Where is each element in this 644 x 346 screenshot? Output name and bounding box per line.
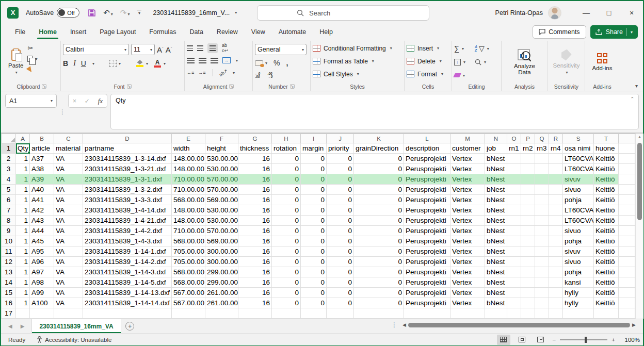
sheet-tab-active[interactable]: 230314115839_16mm_VA: [31, 319, 121, 333]
cell-K15[interactable]: 0: [354, 288, 404, 298]
cell-M14[interactable]: Vertex: [450, 277, 485, 288]
cell-Q8[interactable]: [535, 216, 549, 226]
cell-Q5[interactable]: [535, 185, 549, 195]
cell-K1[interactable]: grainDirection: [354, 143, 404, 154]
cell-O15[interactable]: [507, 288, 521, 298]
cell-S17[interactable]: [563, 308, 594, 319]
tab-help[interactable]: Help: [313, 25, 340, 39]
excel-logo-icon[interactable]: X: [7, 7, 19, 19]
cell-J2[interactable]: 0: [327, 154, 354, 164]
maximize-button[interactable]: □: [598, 1, 620, 24]
bold-button[interactable]: B: [63, 59, 68, 68]
cell-A13[interactable]: 1: [16, 267, 30, 277]
cell-I6[interactable]: 0: [301, 195, 327, 205]
fill-color-button[interactable]: ▾: [136, 60, 148, 67]
cell-P17[interactable]: [521, 308, 535, 319]
share-dropdown-icon[interactable]: ▾: [631, 30, 633, 35]
paste-button[interactable]: Paste ▾: [5, 42, 26, 82]
cell-E4[interactable]: 710.00.00: [172, 174, 205, 185]
cell-I13[interactable]: 0: [301, 267, 327, 277]
cell-R16[interactable]: [549, 298, 563, 308]
underline-button[interactable]: U: [81, 59, 86, 68]
cell-I7[interactable]: 0: [301, 205, 327, 216]
column-header-F[interactable]: F: [205, 134, 238, 143]
cell-H9[interactable]: 0: [272, 226, 301, 236]
column-header-A[interactable]: A: [16, 134, 30, 143]
column-header-R[interactable]: R: [549, 134, 563, 143]
borders-button[interactable]: ▾: [109, 60, 121, 67]
select-all-corner[interactable]: [2, 134, 16, 143]
cell-A8[interactable]: 1: [16, 216, 30, 226]
cell-C16[interactable]: VA: [54, 298, 83, 308]
tab-home[interactable]: Home: [32, 25, 63, 39]
cell-Q16[interactable]: [535, 298, 549, 308]
insert-cells-button[interactable]: Insert▾: [407, 42, 449, 55]
cell-H5[interactable]: 0: [272, 185, 301, 195]
cell-J12[interactable]: 0: [327, 257, 354, 267]
cell-T15[interactable]: Keittiö: [594, 288, 619, 298]
cell-C3[interactable]: VA: [54, 164, 83, 174]
cell-F12[interactable]: 300.00.00: [205, 257, 238, 267]
avatar[interactable]: [548, 6, 561, 20]
cell-E17[interactable]: [172, 308, 205, 319]
cell-L13[interactable]: Perusprojekti: [404, 267, 450, 277]
cell-I11[interactable]: 0: [301, 246, 327, 257]
cell-T14[interactable]: Keittiö: [594, 277, 619, 288]
font-family-select[interactable]: Calibri▾: [63, 44, 129, 55]
cell-A12[interactable]: 1: [16, 257, 30, 267]
tab-page-layout[interactable]: Page Layout: [93, 25, 142, 39]
cell-P5[interactable]: [521, 185, 535, 195]
sheet-options-icon[interactable]: ⋮: [391, 321, 397, 328]
column-header-I[interactable]: I: [301, 134, 327, 143]
cell-T16[interactable]: Keittiö: [594, 298, 619, 308]
cell-M10[interactable]: Vertex: [450, 236, 485, 246]
cell-T11[interactable]: Keittiö: [594, 246, 619, 257]
cell-A16[interactable]: 1: [16, 298, 30, 308]
cell-R11[interactable]: [549, 246, 563, 257]
cell-I16[interactable]: 0: [301, 298, 327, 308]
accounting-format-button[interactable]: ▾: [255, 60, 267, 66]
cell-F15[interactable]: 261.00.00: [205, 288, 238, 298]
cell-T10[interactable]: Keittiö: [594, 236, 619, 246]
cell-L11[interactable]: Perusprojekti: [404, 246, 450, 257]
cell-C15[interactable]: VA: [54, 288, 83, 298]
row-header-11[interactable]: 11: [2, 246, 16, 257]
minimize-button[interactable]: —: [575, 1, 598, 24]
cell-K11[interactable]: 0: [354, 246, 404, 257]
cell-M9[interactable]: Vertex: [450, 226, 485, 236]
cell-K13[interactable]: 0: [354, 267, 404, 277]
cell-R2[interactable]: [549, 154, 563, 164]
autosave-toggle[interactable]: AutoSave Off: [26, 8, 79, 18]
cell-L2[interactable]: Perusprojekti: [404, 154, 450, 164]
cell-B17[interactable]: [30, 308, 54, 319]
cell-S14[interactable]: kansi: [563, 277, 594, 288]
cell-J5[interactable]: 0: [327, 185, 354, 195]
cell-I12[interactable]: 0: [301, 257, 327, 267]
cell-G15[interactable]: 16: [238, 288, 272, 298]
cell-B16[interactable]: A100: [30, 298, 54, 308]
cell-J9[interactable]: 0: [327, 226, 354, 236]
cell-P4[interactable]: [521, 174, 535, 185]
cell-B13[interactable]: A97: [30, 267, 54, 277]
cell-H11[interactable]: 0: [272, 246, 301, 257]
scroll-up-icon[interactable]: ▲: [638, 135, 642, 142]
row-header-14[interactable]: 14: [2, 277, 16, 288]
cell-N12[interactable]: bNest: [485, 257, 507, 267]
cell-H2[interactable]: 0: [272, 154, 301, 164]
horizontal-scroll-thumb[interactable]: [408, 323, 630, 327]
cell-H8[interactable]: 0: [272, 216, 301, 226]
cell-B2[interactable]: A37: [30, 154, 54, 164]
row-header-2[interactable]: 2: [2, 154, 16, 164]
cell-Q2[interactable]: [535, 154, 549, 164]
cell-N16[interactable]: bNest: [485, 298, 507, 308]
cell-P2[interactable]: [521, 154, 535, 164]
cell-C14[interactable]: VA: [54, 277, 83, 288]
cell-B1[interactable]: article: [30, 143, 54, 154]
cell-O1[interactable]: rn1: [507, 143, 521, 154]
save-button[interactable]: [88, 9, 96, 17]
cell-B3[interactable]: A38: [30, 164, 54, 174]
cell-Q12[interactable]: [535, 257, 549, 267]
cell-M7[interactable]: Vertex: [450, 205, 485, 216]
cell-B7[interactable]: A42: [30, 205, 54, 216]
cell-Q15[interactable]: [535, 288, 549, 298]
